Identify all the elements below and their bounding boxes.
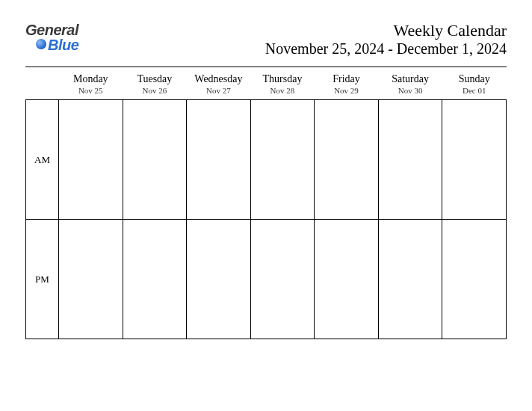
day-name: Tuesday (123, 72, 187, 86)
day-name-row: Monday Tuesday Wednesday Thursday Friday… (26, 72, 507, 86)
slot-pm-wed[interactable] (187, 220, 251, 339)
slot-am-sat[interactable] (378, 100, 442, 220)
day-name: Sunday (442, 72, 507, 86)
day-date: Nov 28 (250, 86, 315, 100)
slot-pm-sun[interactable] (442, 220, 507, 339)
day-date: Nov 30 (378, 86, 442, 100)
title-block: Weekly Calendar November 25, 2024 - Dece… (265, 21, 507, 58)
date-range: November 25, 2024 - December 1, 2024 (265, 40, 507, 58)
day-date: Nov 27 (187, 86, 251, 100)
header: General Blue Weekly Calendar November 25… (25, 21, 507, 58)
header-rule (25, 67, 507, 67)
page-title: Weekly Calendar (265, 21, 507, 40)
slot-pm-tue[interactable] (123, 220, 187, 339)
slot-am-fri[interactable] (315, 100, 379, 220)
period-label-pm: PM (26, 220, 59, 339)
brand-logo: General Blue (25, 21, 78, 52)
day-date: Nov 26 (123, 86, 187, 100)
slot-am-tue[interactable] (123, 100, 187, 220)
period-label-am: AM (26, 100, 59, 220)
slot-pm-mon[interactable] (59, 220, 123, 339)
day-name: Saturday (378, 72, 442, 86)
logo-text-top: General (25, 22, 78, 37)
slot-am-mon[interactable] (59, 100, 123, 220)
slot-am-thu[interactable] (250, 100, 315, 220)
day-date: Nov 29 (315, 86, 379, 100)
slot-pm-fri[interactable] (315, 220, 379, 339)
am-row: AM (26, 100, 507, 220)
day-date: Dec 01 (442, 86, 507, 100)
slot-pm-thu[interactable] (250, 220, 315, 339)
logo-text-bottom: Blue (25, 37, 78, 52)
calendar-table: Monday Tuesday Wednesday Thursday Friday… (25, 72, 507, 339)
slot-pm-sat[interactable] (378, 220, 442, 339)
day-date-row: Nov 25 Nov 26 Nov 27 Nov 28 Nov 29 Nov 3… (26, 86, 507, 100)
day-name: Friday (315, 72, 379, 86)
pm-row: PM (26, 220, 507, 339)
day-name: Wednesday (187, 72, 251, 86)
day-date: Nov 25 (59, 86, 123, 100)
slot-am-wed[interactable] (187, 100, 251, 220)
slot-am-sun[interactable] (442, 100, 507, 220)
day-name: Monday (59, 72, 123, 86)
day-name: Thursday (250, 72, 315, 86)
